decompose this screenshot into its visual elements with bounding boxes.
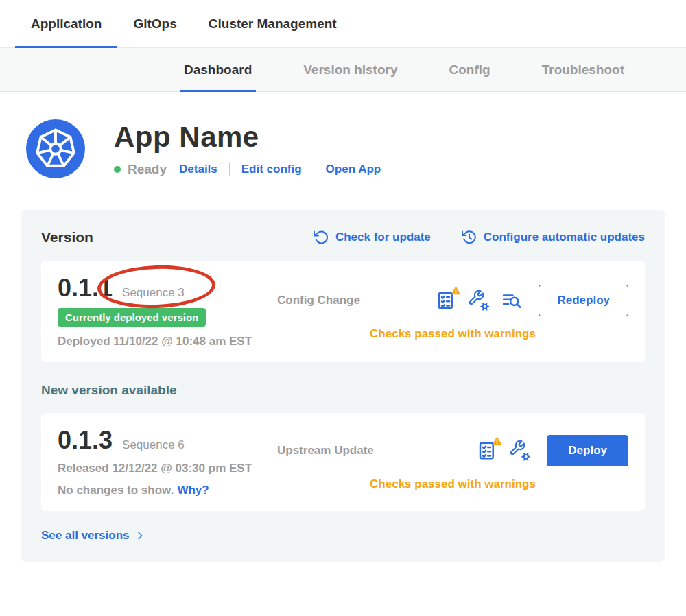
why-link[interactable]: Why? (177, 484, 209, 497)
app-header: App Name Ready Details Edit config Open … (26, 119, 686, 178)
tab-dashboard[interactable]: Dashboard (184, 48, 252, 91)
refresh-icon (313, 229, 329, 246)
warning-triangle-icon (451, 285, 461, 296)
new-checks-status: Checks passed with warnings (277, 477, 628, 491)
details-link[interactable]: Details (179, 163, 217, 176)
kubernetes-icon (26, 119, 85, 178)
new-version-number: 0.1.3 (58, 427, 113, 454)
divider (229, 163, 230, 176)
scheduled-update-icon (461, 229, 477, 246)
deploy-button[interactable]: Deploy (547, 435, 628, 466)
edit-config-link[interactable]: Edit config (241, 163, 302, 176)
current-checks-status: Checks passed with warnings (277, 327, 628, 341)
check-for-update-label: Check for update (335, 230, 431, 244)
app-status-text: Ready (128, 162, 167, 177)
tab-version-history[interactable]: Version history (303, 48, 397, 91)
no-changes-text: No changes to show.Why? (58, 484, 277, 497)
current-version-card: 0.1.1 Sequence 3 Currently deployed vers… (41, 261, 645, 362)
new-change-type: Upstream Update (277, 444, 374, 458)
new-version-sequence: Sequence 6 (122, 438, 185, 452)
version-panel: Version Check for update Configure autom… (21, 210, 665, 562)
released-timestamp: Released 12/12/22 @ 03:30 pm EST (58, 462, 277, 475)
primary-nav: Application GitOps Cluster Management (0, 0, 686, 48)
warning-triangle-icon (492, 436, 502, 446)
open-app-link[interactable]: Open App (326, 163, 381, 176)
redeploy-button[interactable]: Redeploy (539, 285, 628, 316)
file-search-icon[interactable] (501, 290, 522, 311)
page-title: App Name (114, 121, 381, 154)
see-all-versions-label: See all versions (41, 529, 130, 543)
tab-cluster-management[interactable]: Cluster Management (193, 0, 353, 47)
app-sub-nav: Dashboard Version history Config Trouble… (0, 48, 686, 92)
see-all-versions-link[interactable]: See all versions (41, 529, 145, 543)
deployed-version-badge: Currently deployed version (58, 308, 206, 327)
new-version-card: 0.1.3 Sequence 6 Released 12/12/22 @ 03:… (41, 413, 645, 512)
version-section-title: Version (41, 229, 93, 246)
wrench-gear-icon[interactable] (510, 440, 530, 461)
divider (314, 163, 314, 176)
chevron-right-icon (134, 530, 145, 541)
deployed-timestamp: Deployed 11/10/22 @ 10:48 am EST (58, 335, 277, 348)
current-version-number: 0.1.1 (58, 274, 113, 302)
preflight-checks-icon[interactable] (436, 290, 456, 311)
tab-config[interactable]: Config (449, 48, 490, 91)
current-change-type: Config Change (277, 294, 360, 307)
wrench-gear-icon[interactable] (469, 290, 489, 311)
configure-automatic-updates-link[interactable]: Configure automatic updates (461, 229, 645, 246)
ready-status-dot (114, 166, 121, 173)
configure-automatic-updates-label: Configure automatic updates (484, 230, 645, 244)
tab-application[interactable]: Application (15, 0, 117, 47)
current-version-sequence: Sequence 3 (122, 286, 185, 300)
check-for-update-link[interactable]: Check for update (313, 229, 431, 246)
no-changes-label: No changes to show. (58, 484, 174, 497)
preflight-checks-icon[interactable] (477, 440, 497, 461)
tab-troubleshoot[interactable]: Troubleshoot (542, 48, 624, 91)
tab-gitops[interactable]: GitOps (117, 0, 192, 47)
new-version-heading: New version available (41, 383, 645, 398)
